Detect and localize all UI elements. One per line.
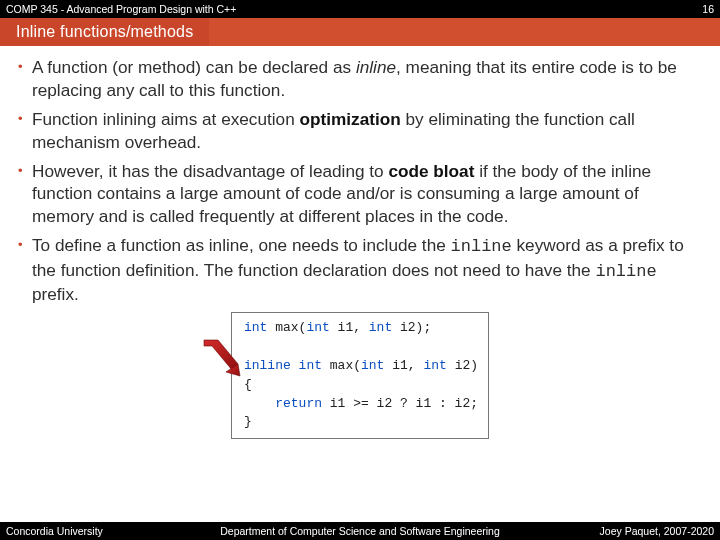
footer-mid: Department of Computer Science and Softw… [220, 525, 500, 537]
code-text: i2) [447, 358, 478, 373]
text: However, it has the disadvantage of lead… [32, 161, 388, 181]
code-text: i1 >= i2 ? i1 : i2; [322, 396, 478, 411]
code-text: i1, [330, 320, 369, 335]
text: Function inlining aims at execution [32, 109, 300, 129]
code-kw: int [423, 358, 446, 373]
keyword-code-bloat: code bloat [388, 161, 474, 181]
code-text: i2); [392, 320, 431, 335]
bullet-list: A function (or method) can be declared a… [18, 56, 702, 306]
code-text: i1, [384, 358, 423, 373]
code-kw: int [306, 320, 329, 335]
text: A function (or method) can be declared a… [32, 57, 356, 77]
text: prefix. [32, 284, 79, 304]
bullet-item: A function (or method) can be declared a… [18, 56, 702, 102]
keyword-optimization: optimization [300, 109, 401, 129]
code-kw: return [275, 396, 322, 411]
course-label: COMP 345 - Advanced Program Design with … [6, 3, 236, 15]
code-figure: int max(int i1, int i2); inline int max(… [18, 312, 702, 439]
svg-marker-0 [204, 340, 238, 370]
code-kw: int [369, 320, 392, 335]
code-box: int max(int i1, int i2); inline int max(… [231, 312, 489, 439]
top-bar: COMP 345 - Advanced Program Design with … [0, 0, 720, 18]
code-kw: inline [244, 358, 291, 373]
keyword-inline-mono: inline [451, 237, 512, 256]
footer-right: Joey Paquet, 2007-2020 [600, 525, 714, 537]
bullet-item: To define a function as inline, one need… [18, 234, 702, 306]
code-text: } [244, 414, 252, 429]
code-text: { [244, 377, 252, 392]
title-bar: Inline functions/methods [0, 18, 720, 46]
keyword-inline: inline [356, 57, 396, 77]
slide-title: Inline functions/methods [0, 18, 209, 46]
code-kw: int [244, 320, 267, 335]
text: To define a function as inline, one need… [32, 235, 451, 255]
code-kw: int [361, 358, 384, 373]
footer-bar: Concordia University Department of Compu… [0, 522, 720, 540]
arrow-icon [200, 338, 242, 382]
code-kw: int [299, 358, 322, 373]
slide-body: A function (or method) can be declared a… [0, 46, 720, 439]
bullet-item: However, it has the disadvantage of lead… [18, 160, 702, 229]
code-text [291, 358, 299, 373]
page-number: 16 [702, 3, 714, 15]
code-text: max( [322, 358, 361, 373]
code-text: max( [267, 320, 306, 335]
bullet-item: Function inlining aims at execution opti… [18, 108, 702, 154]
keyword-inline-mono: inline [595, 262, 656, 281]
footer-left: Concordia University [6, 525, 103, 537]
code-text [244, 396, 275, 411]
